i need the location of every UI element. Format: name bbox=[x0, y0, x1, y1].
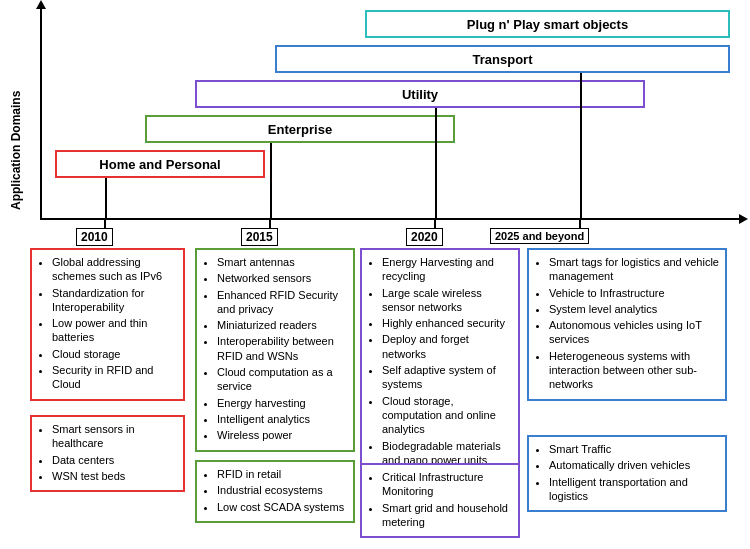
list-2010-1: Global addressing schemes such as IPv6 S… bbox=[38, 255, 177, 392]
list-item: Intelligent analytics bbox=[217, 412, 347, 426]
list-item: Highly enhanced security bbox=[382, 316, 512, 330]
box-2025-2: Smart Traffic Automatically driven vehic… bbox=[527, 435, 727, 512]
bar-enterprise-label: Enterprise bbox=[268, 122, 332, 137]
list-item: Miniaturized readers bbox=[217, 318, 347, 332]
list-item: Automatically driven vehicles bbox=[549, 458, 719, 472]
list-item: Self adaptive system of systems bbox=[382, 363, 512, 392]
bar-home-label: Home and Personal bbox=[99, 157, 220, 172]
list-item: Networked sensors bbox=[217, 271, 347, 285]
list-item: Industrial ecosystems bbox=[217, 483, 347, 497]
box-2015-1: Smart antennas Networked sensors Enhance… bbox=[195, 248, 355, 452]
list-item: Low power and thin batteries bbox=[52, 316, 177, 345]
bar-plug-play: Plug n' Play smart objects bbox=[365, 10, 730, 38]
tick-2020 bbox=[434, 218, 436, 228]
year-2020: 2020 bbox=[406, 228, 443, 246]
box-2020-1: Energy Harvesting and recycling Large sc… bbox=[360, 248, 520, 476]
bar-plug-label: Plug n' Play smart objects bbox=[467, 17, 628, 32]
tick-2025 bbox=[579, 218, 581, 228]
list-item: Global addressing schemes such as IPv6 bbox=[52, 255, 177, 284]
bar-utility: Utility bbox=[195, 80, 645, 108]
list-item: Intelligent transportation and logistics bbox=[549, 475, 719, 504]
bar-transport-label: Transport bbox=[473, 52, 533, 67]
bar-home-personal: Home and Personal bbox=[55, 150, 265, 178]
year-2015: 2015 bbox=[241, 228, 278, 246]
list-item: WSN test beds bbox=[52, 469, 177, 483]
list-item: Wireless power bbox=[217, 428, 347, 442]
list-2010-2: Smart sensors in healthcare Data centers… bbox=[38, 422, 177, 483]
tick-2010 bbox=[104, 218, 106, 228]
bar-utility-label: Utility bbox=[402, 87, 438, 102]
list-item: Low cost SCADA systems bbox=[217, 500, 347, 514]
list-item: Data centers bbox=[52, 453, 177, 467]
y-axis-label: Application Domains bbox=[6, 50, 26, 250]
list-2015-2: RFID in retail Industrial ecosystems Low… bbox=[203, 467, 347, 514]
bar-transport: Transport bbox=[275, 45, 730, 73]
list-2020-1: Energy Harvesting and recycling Large sc… bbox=[368, 255, 512, 467]
list-item: Security in RFID and Cloud bbox=[52, 363, 177, 392]
tick-2015 bbox=[269, 218, 271, 228]
list-item: Cloud computation as a service bbox=[217, 365, 347, 394]
vline-2010 bbox=[105, 178, 107, 220]
list-item: System level analytics bbox=[549, 302, 719, 316]
list-item: Critical Infrastructure Monitoring bbox=[382, 470, 512, 499]
list-2025-1: Smart tags for logistics and vehicle man… bbox=[535, 255, 719, 392]
list-item: Enhanced RFID Security and privacy bbox=[217, 288, 347, 317]
year-2025: 2025 and beyond bbox=[490, 228, 589, 244]
list-item: Energy harvesting bbox=[217, 396, 347, 410]
vline-2025 bbox=[580, 73, 582, 220]
list-item: Heterogeneous systems with interaction b… bbox=[549, 349, 719, 392]
list-item: Standardization for Interoperability bbox=[52, 286, 177, 315]
list-item: Smart tags for logistics and vehicle man… bbox=[549, 255, 719, 284]
list-item: Deploy and forget networks bbox=[382, 332, 512, 361]
list-2015-1: Smart antennas Networked sensors Enhance… bbox=[203, 255, 347, 443]
chart-area: Application Domains Home and Personal En… bbox=[0, 0, 750, 549]
vline-2015 bbox=[270, 143, 272, 220]
y-axis-arrow bbox=[36, 0, 46, 9]
list-item: Smart sensors in healthcare bbox=[52, 422, 177, 451]
list-item: Energy Harvesting and recycling bbox=[382, 255, 512, 284]
list-item: Interoperability between RFID and WSNs bbox=[217, 334, 347, 363]
box-2020-2: Critical Infrastructure Monitoring Smart… bbox=[360, 463, 520, 538]
list-item: RFID in retail bbox=[217, 467, 347, 481]
list-item: Cloud storage, computation and online an… bbox=[382, 394, 512, 437]
box-2015-2: RFID in retail Industrial ecosystems Low… bbox=[195, 460, 355, 523]
box-2010-1: Global addressing schemes such as IPv6 S… bbox=[30, 248, 185, 401]
list-item: Smart antennas bbox=[217, 255, 347, 269]
list-item: Cloud storage bbox=[52, 347, 177, 361]
y-axis bbox=[40, 8, 42, 220]
list-item: Large scale wireless sensor networks bbox=[382, 286, 512, 315]
bar-enterprise: Enterprise bbox=[145, 115, 455, 143]
list-item: Smart grid and household metering bbox=[382, 501, 512, 530]
box-2010-2: Smart sensors in healthcare Data centers… bbox=[30, 415, 185, 492]
year-2010: 2010 bbox=[76, 228, 113, 246]
list-item: Smart Traffic bbox=[549, 442, 719, 456]
list-2020-2: Critical Infrastructure Monitoring Smart… bbox=[368, 470, 512, 529]
vline-2020 bbox=[435, 108, 437, 220]
box-2025-1: Smart tags for logistics and vehicle man… bbox=[527, 248, 727, 401]
list-2025-2: Smart Traffic Automatically driven vehic… bbox=[535, 442, 719, 503]
x-axis bbox=[40, 218, 740, 220]
x-axis-arrow bbox=[739, 214, 748, 224]
list-item: Vehicle to Infrastructure bbox=[549, 286, 719, 300]
list-item: Autonomous vehicles using IoT services bbox=[549, 318, 719, 347]
